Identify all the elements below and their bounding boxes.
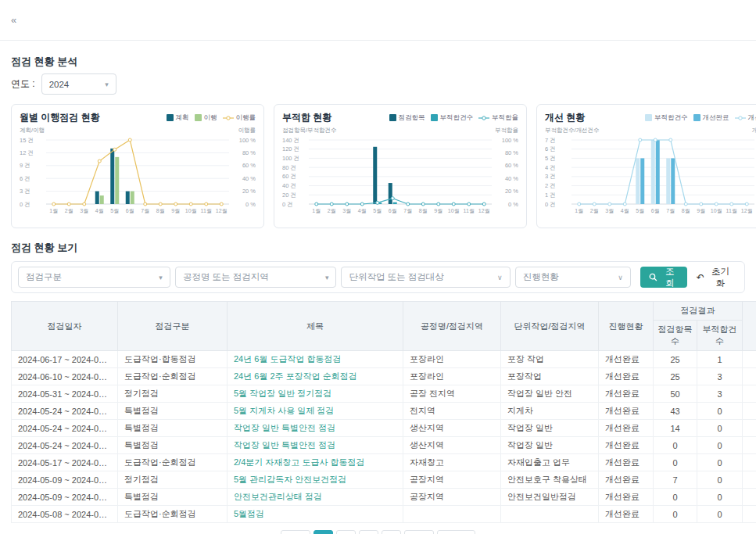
- table-cell: 정기점검: [118, 471, 228, 489]
- legend-item[interactable]: 개선이행률: [735, 113, 756, 123]
- svg-text:0 %: 0 %: [508, 201, 518, 208]
- view-section-title: 점검 현황 보기: [11, 241, 745, 255]
- table-cell: 안전보건일반점검: [501, 489, 599, 506]
- table-cell: 5월 관리감독자 안전보건점검: [228, 471, 403, 489]
- table-row: 2024-06-10 ~ 2024-06-10도급작업·순회점검24년 6월 2…: [12, 368, 756, 385]
- legend-item[interactable]: 점검항목: [389, 113, 425, 123]
- table-cell: 5월 지게차 사용 일제 점검: [228, 403, 403, 420]
- inspection-title-link[interactable]: 5월 관리감독자 안전보건점검: [234, 475, 346, 484]
- chevron-down-icon: ▾: [325, 274, 329, 281]
- table-cell: 0: [697, 489, 743, 506]
- pagination: 처음1234다음마지막: [11, 530, 745, 534]
- legend-line-icon: [223, 115, 234, 121]
- table-cell: 특별점검: [118, 420, 228, 437]
- page-number-button[interactable]: 1: [314, 530, 333, 534]
- table-cell: 정기점검: [118, 385, 228, 403]
- filter-progress-select[interactable]: 진행현황 ∨: [515, 267, 631, 288]
- svg-text:12 건: 12 건: [20, 149, 34, 156]
- svg-text:80 건: 80 건: [282, 164, 296, 171]
- table-cell: [743, 420, 756, 437]
- page-first-button[interactable]: 처음: [281, 530, 310, 534]
- table-cell: 7: [654, 471, 697, 489]
- svg-text:1월: 1월: [49, 208, 58, 213]
- table-cell: 2/4분기 자재창고 도급사 합동점검: [228, 454, 403, 471]
- svg-text:10월: 10월: [711, 208, 722, 213]
- table-cell: 3: [697, 368, 743, 385]
- table-cell: 2024-06-10 ~ 2024-06-10: [12, 368, 118, 385]
- table-cell: 전지역: [403, 403, 501, 420]
- table-cell: [743, 454, 756, 471]
- svg-text:60 %: 60 %: [242, 162, 256, 169]
- column-header: 점검구분: [118, 302, 228, 351]
- inspection-title-link[interactable]: 5월점검: [234, 509, 264, 518]
- chart-plot: 부적합건수/개선건수개선이행률7 건6 건5 건4 건3 건2 건1 건0 건1…: [545, 126, 756, 221]
- table-cell: 0: [697, 437, 743, 454]
- legend-swatch-icon: [693, 114, 700, 121]
- table-cell: 개선완료: [599, 489, 654, 506]
- table-cell: 2024-05-09 ~ 2024-05-09: [12, 471, 118, 489]
- table-cell: 개선완료: [599, 403, 654, 420]
- svg-text:8월: 8월: [156, 208, 165, 213]
- table-cell: [403, 506, 501, 523]
- legend-item[interactable]: 개선완료: [693, 113, 729, 123]
- legend-item[interactable]: 계획: [167, 113, 189, 123]
- legend-item[interactable]: 이행률: [223, 113, 256, 123]
- svg-text:4월: 4월: [621, 208, 629, 213]
- table-cell: 포장라인: [403, 368, 501, 385]
- legend-item[interactable]: 부적합건수: [645, 113, 688, 123]
- table-row: 2024-05-31 ~ 2024-05-31정기점검5월 작업장 일반 정기점…: [12, 385, 756, 403]
- svg-text:7 건: 7 건: [545, 137, 556, 144]
- analysis-section-title: 점검 현황 분석: [11, 55, 745, 69]
- svg-text:7월: 7월: [403, 208, 412, 213]
- table-cell: [743, 489, 756, 506]
- collapse-sidebar-icon[interactable]: «: [11, 14, 15, 26]
- legend-item[interactable]: 부적합건수: [431, 113, 474, 123]
- table-cell: 지게차: [501, 403, 599, 420]
- inspection-title-link[interactable]: 5월 작업장 일반 정기점검: [234, 389, 331, 398]
- svg-text:개선이행률: 개선이행률: [752, 127, 756, 134]
- page-number-button[interactable]: 2: [336, 530, 356, 534]
- inspection-title-link[interactable]: 작업장 일반 특별안전 점검: [234, 423, 335, 432]
- table-cell: 2024-05-24 ~ 2024-05-24: [12, 437, 118, 454]
- filter-unit-target-select[interactable]: 단위작업 또는 점검대상 ∨: [341, 267, 510, 288]
- table-cell: 0: [654, 489, 697, 506]
- svg-text:9월: 9월: [171, 208, 180, 213]
- svg-text:0 %: 0 %: [245, 201, 256, 208]
- legend-label: 이행률: [236, 113, 256, 123]
- svg-text:100 건: 100 건: [282, 155, 299, 162]
- svg-text:3 건: 3 건: [545, 173, 556, 180]
- svg-text:12월: 12월: [741, 208, 753, 213]
- inspection-title-link[interactable]: 작업장 일반 특별안전 점검: [234, 440, 335, 450]
- table-row: 2024-05-09 ~ 2024-05-09특별점검안전보건관리상태 점검공장…: [12, 489, 756, 506]
- table-cell: 도급작업·합동점검: [118, 351, 228, 368]
- search-button[interactable]: 조회: [640, 267, 687, 288]
- legend-label: 부적합건수: [440, 113, 474, 123]
- table-cell: 2024-05-24 ~ 2024-05-24: [12, 420, 118, 437]
- reset-button[interactable]: ↶ 초기화: [692, 267, 738, 288]
- chart-title: 개선 현황: [545, 111, 585, 124]
- legend-item[interactable]: 이행: [195, 113, 217, 123]
- page-last-button[interactable]: 마지막: [437, 530, 475, 534]
- chevron-down-icon: ▾: [105, 81, 109, 88]
- page-number-button[interactable]: 3: [359, 530, 378, 534]
- svg-text:9월: 9월: [434, 208, 442, 213]
- reset-icon: ↶: [697, 272, 704, 283]
- svg-text:2 건: 2 건: [545, 182, 556, 189]
- filter-process-region-select[interactable]: 공정명 또는 점검지역 ▾: [175, 267, 337, 288]
- page-next-button[interactable]: 다음: [404, 530, 434, 534]
- table-cell: 25: [654, 351, 697, 368]
- page-number-button[interactable]: 4: [382, 530, 401, 534]
- table-cell: 공장 전지역: [403, 385, 501, 403]
- legend-item[interactable]: 부적합율: [478, 113, 518, 123]
- inspection-title-link[interactable]: 24년 6월 2주 포장작업 순회점검: [234, 371, 357, 381]
- column-subheader: 부적합건수: [697, 321, 743, 351]
- inspection-title-link[interactable]: 5월 지게차 사용 일제 점검: [234, 406, 334, 415]
- table-cell: 개선완료: [599, 420, 654, 437]
- svg-text:100 %: 100 %: [239, 137, 256, 144]
- inspection-title-link[interactable]: 24년 6월 도급작업 합동점검: [234, 354, 342, 364]
- inspection-title-link[interactable]: 2/4분기 자재창고 도급사 합동점검: [234, 457, 364, 467]
- inspection-title-link[interactable]: 안전보건관리상태 점검: [234, 492, 322, 501]
- filter-inspection-type-select[interactable]: 점검구분 ▾: [18, 267, 170, 288]
- table-cell: 개선완료: [599, 437, 654, 454]
- year-select[interactable]: 2024 ▾: [41, 73, 116, 95]
